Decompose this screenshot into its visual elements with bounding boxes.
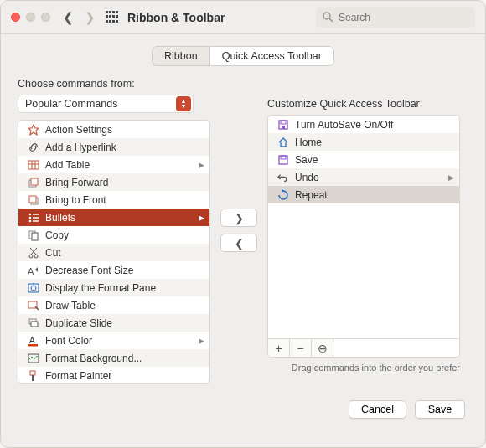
- list-item-label: Duplicate Slide: [45, 317, 112, 329]
- nav-arrows: ❮ ❯: [60, 10, 97, 25]
- forward-button: ❯: [82, 10, 97, 25]
- list-item-label: Display the Format Pane: [45, 282, 156, 294]
- svg-rect-35: [30, 371, 35, 375]
- list-item[interactable]: Bring to Front: [18, 191, 209, 209]
- list-item[interactable]: Bring Forward: [18, 173, 209, 191]
- list-item[interactable]: Cut: [18, 244, 209, 261]
- window-title: Ribbon & Toolbar: [127, 11, 225, 24]
- svg-marker-42: [282, 189, 285, 193]
- expand-chevron-icon: ▶: [448, 173, 454, 182]
- close-icon[interactable]: [11, 13, 20, 22]
- svg-line-21: [31, 248, 37, 255]
- choose-commands-label: Choose commands from:: [18, 78, 210, 90]
- list-item[interactable]: Duplicate Slide: [18, 314, 209, 332]
- svg-rect-39: [282, 126, 285, 129]
- cancel-button[interactable]: Cancel: [349, 400, 406, 419]
- list-item-label: Turn AutoSave On/Off: [295, 119, 393, 131]
- list-item-label: Bullets: [45, 212, 75, 224]
- list-item[interactable]: ADecrease Font Size: [18, 261, 209, 279]
- svg-point-26: [31, 286, 36, 291]
- svg-rect-8: [31, 178, 38, 185]
- choose-commands-select[interactable]: Popular Commands ▲▼: [18, 95, 194, 113]
- link-icon: [27, 141, 40, 154]
- expand-chevron-icon: ▶: [199, 161, 204, 169]
- list-item[interactable]: Undo▶: [268, 168, 459, 186]
- dup-icon: [27, 317, 40, 330]
- tab-bar: Ribbon Quick Access Toolbar: [1, 34, 485, 75]
- show-all-icon[interactable]: [106, 11, 119, 24]
- list-item-label: Add Table: [45, 159, 90, 171]
- list-item-label: Save: [295, 154, 318, 166]
- list-item-label: Format Painter: [45, 370, 111, 382]
- list-item[interactable]: Format Background...: [18, 349, 209, 367]
- qat-reset-button[interactable]: ⊖: [312, 339, 333, 358]
- qat-list[interactable]: Turn AutoSave On/OffHomeSaveUndo▶Repeat …: [267, 115, 460, 358]
- save-icon: [277, 118, 290, 131]
- zoom-icon: [41, 13, 50, 22]
- list-item[interactable]: Display the Format Pane: [18, 279, 209, 296]
- forward-icon: [27, 176, 40, 189]
- list-item-label: Bring Forward: [45, 177, 108, 188]
- list-item[interactable]: Bullets▶: [18, 209, 209, 226]
- customize-qat-label: Customize Quick Access Toolbar:: [267, 98, 460, 110]
- svg-line-22: [30, 248, 36, 255]
- add-button[interactable]: ❯: [220, 209, 257, 227]
- list-item-label: Repeat: [295, 189, 328, 201]
- list-item-label: Add a Hyperlink: [45, 142, 116, 153]
- list-item[interactable]: AFont Color▶: [18, 332, 209, 349]
- list-item[interactable]: Draw Table: [18, 296, 209, 314]
- svg-point-12: [29, 216, 32, 219]
- list-item[interactable]: Home: [268, 133, 459, 151]
- svg-marker-24: [35, 267, 38, 272]
- dropdown-chevron-icon: ▲▼: [176, 96, 191, 111]
- preferences-window: ❮ ❯ Ribbon & Toolbar Ribbon Quick Access…: [0, 0, 486, 448]
- list-item[interactable]: Add a Hyperlink: [18, 138, 209, 156]
- qat-add-button[interactable]: +: [268, 339, 290, 358]
- color-icon: A: [27, 334, 40, 348]
- list-item[interactable]: Format Painter: [18, 367, 209, 384]
- svg-point-20: [34, 255, 38, 258]
- list-item[interactable]: Add Table▶: [18, 156, 209, 173]
- decfont-icon: A: [27, 264, 40, 277]
- table-icon: [27, 158, 40, 172]
- list-item-label: Decrease Font Size: [45, 265, 133, 276]
- tab-quick-access-toolbar[interactable]: Quick Access Toolbar: [209, 46, 334, 66]
- list-item-label: Cut: [45, 247, 61, 259]
- list-item-label: Home: [295, 136, 322, 148]
- svg-line-1: [329, 18, 333, 22]
- commands-list[interactable]: Action SettingsAdd a HyperlinkAdd Table▶…: [18, 120, 210, 384]
- svg-point-11: [29, 213, 32, 215]
- svg-rect-18: [32, 233, 38, 240]
- list-item[interactable]: Save: [268, 151, 459, 168]
- minimize-icon: [26, 13, 35, 22]
- svg-point-0: [323, 13, 330, 19]
- traffic-lights: [11, 13, 50, 22]
- list-item-label: Undo: [295, 172, 319, 183]
- list-item-label: Font Color: [45, 335, 92, 347]
- back-button[interactable]: ❮: [60, 10, 75, 25]
- svg-rect-3: [28, 161, 39, 169]
- svg-text:A: A: [28, 266, 34, 276]
- search-icon: [323, 12, 333, 23]
- list-item[interactable]: Turn AutoSave On/Off: [268, 116, 459, 133]
- save-button[interactable]: Save: [415, 400, 465, 419]
- search-field[interactable]: [316, 7, 475, 28]
- home-icon: [277, 136, 290, 149]
- search-input[interactable]: [339, 12, 468, 23]
- list-item[interactable]: Repeat: [268, 186, 459, 203]
- qat-remove-button[interactable]: −: [290, 339, 312, 358]
- tab-ribbon[interactable]: Ribbon: [152, 46, 209, 66]
- list-item-label: Format Background...: [45, 353, 142, 364]
- undo-icon: [277, 171, 290, 184]
- svg-rect-31: [31, 322, 38, 327]
- remove-button[interactable]: ❮: [220, 234, 257, 252]
- svg-rect-33: [28, 344, 38, 347]
- expand-chevron-icon: ▶: [199, 337, 204, 345]
- svg-marker-2: [28, 125, 39, 135]
- painter-icon: [27, 369, 40, 383]
- list-item[interactable]: Copy: [18, 226, 209, 244]
- cut-icon: [27, 246, 40, 260]
- list-item[interactable]: Action Settings: [18, 121, 209, 138]
- bkg-icon: [27, 352, 40, 365]
- draw-icon: [27, 299, 40, 312]
